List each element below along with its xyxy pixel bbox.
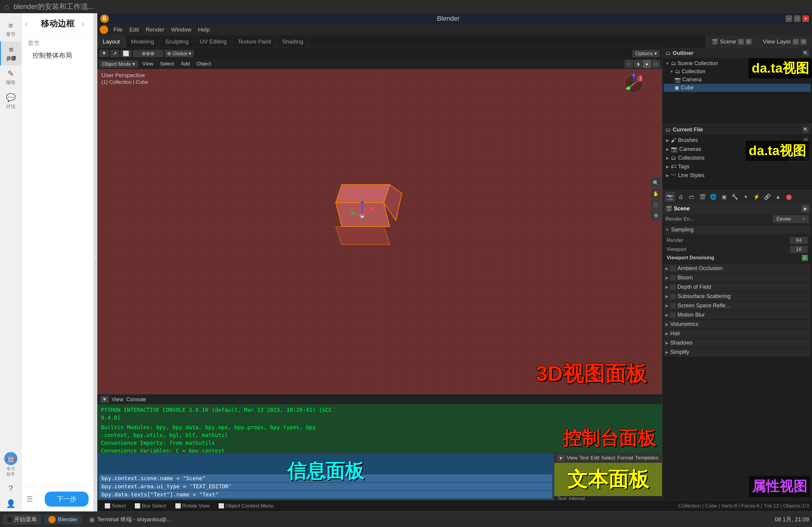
props-icon-constraints[interactable]: 🔗 [762,192,772,202]
next-button[interactable]: 下一步 [45,492,89,507]
props-icon-scene[interactable]: 🎬 [697,192,708,202]
props-shadows-header[interactable]: ▶ Shadows [664,338,811,347]
sidebar-item-user[interactable]: 👤 [0,496,21,511]
taskbar-blender[interactable]: Blender [44,515,82,524]
render-engine-dropdown[interactable]: Eevee ▼ [773,215,809,223]
denoising-checkbox[interactable]: ✓ [802,255,808,261]
ssr-checkbox[interactable] [670,303,676,308]
props-icon-view-layer[interactable]: 🗃 [686,192,697,202]
scene-selector[interactable]: 🎬 Scene + ✕ [706,35,757,48]
win-close[interactable]: ✕ [802,15,809,22]
vp-object-btn[interactable]: Object [194,60,214,67]
text-editor-view[interactable]: View [567,455,578,461]
text-editor-text[interactable]: Text [579,455,589,461]
props-icon-data[interactable]: ▲ [773,192,783,202]
view-layer-remove[interactable]: ✕ [801,39,807,45]
win-minimize[interactable]: ─ [786,15,792,22]
tab-texture-paint[interactable]: Texture Paint [232,35,277,48]
sss-checkbox[interactable] [670,294,676,299]
data-item-linestyles[interactable]: ▶ 〰 Line Styles [664,171,811,180]
props-icon-render[interactable]: 📷 [665,192,675,202]
render-sample-value[interactable]: 64 [790,237,808,244]
text-editor-templates[interactable]: Templates [635,455,658,461]
props-icon-object[interactable]: ▣ [719,192,729,202]
viewport-3d-main[interactable]: User Perspective (1) Collection | Cube [97,69,662,394]
console-console-btn[interactable]: Console [127,396,146,403]
props-hair-header[interactable]: ▶ Hair [664,329,811,338]
sidebar-item-ai[interactable]: 🤖 学习助手 [0,448,21,481]
panel-resize-handle[interactable]: ⋮ [94,13,97,511]
viewport-sample-value[interactable]: 16 [790,246,808,253]
status-rotate[interactable]: ⬜ Rotate View [171,503,214,509]
axis-widget[interactable]: X Z Y [624,74,644,94]
start-menu-btn[interactable]: ⊞ 开始菜单 [3,514,41,525]
menu-edit[interactable]: Edit [127,26,142,34]
tool-grid[interactable]: ⊞ [651,210,661,220]
dof-checkbox[interactable] [670,285,676,290]
sidebar-item-discuss[interactable]: 💬 讨论 [0,89,21,114]
tutorial-list-icon[interactable]: ☰ [26,495,33,503]
text-editor-edit[interactable]: Edit [591,455,599,461]
viewport-shading-icons[interactable]: ○ ◑ ● ⬡ [625,60,660,68]
blender-menu-logo[interactable] [100,26,108,34]
props-icon-particles[interactable]: ✦ [741,192,751,202]
taskbar-terminal[interactable]: ▣ Terminal 终端 - shiyanlou@... [85,514,176,525]
menu-render[interactable]: Render [143,26,167,34]
props-vol-header[interactable]: ▶ Volumetrics [664,320,811,329]
options-btn[interactable]: Options ▾ [633,50,660,57]
view-layer-selector[interactable]: View Layer + ✕ [757,35,812,48]
tab-sculpting[interactable]: Sculpting [160,35,194,48]
vp-select-btn[interactable]: Select [158,60,177,67]
transform-tools[interactable]: ⊕⊕⊕ [133,50,163,57]
select-box-tool[interactable]: ⬜ [120,50,132,57]
props-icon-material[interactable]: ⬤ [784,192,794,202]
props-add-driver[interactable]: ▶ [802,205,809,212]
menu-help[interactable]: Help [195,26,213,34]
outliner-item-cube[interactable]: ▣ Cube [664,84,811,92]
props-mb-header[interactable]: ▶ Motion Blur [664,311,811,319]
win-maximize[interactable]: □ [794,15,801,22]
props-simplify-header[interactable]: ▶ Simplify [664,348,811,357]
props-sss-header[interactable]: ▶ Subsurface Scattering [664,292,811,301]
tool-pan[interactable]: ✋ [651,189,661,199]
tutorial-nav-prev[interactable]: ‹ [25,19,34,29]
viewport-header-menu[interactable]: ▼ [99,50,109,57]
props-icon-world[interactable]: 🌐 [708,192,718,202]
text-editor-menu[interactable]: ▼ [557,455,565,461]
props-icon-output[interactable]: 🖨 [676,192,686,202]
props-sampling-header[interactable]: ▼ Sampling [664,225,811,234]
status-box-select[interactable]: ⬜ Box Select [130,503,171,509]
outliner-filter[interactable]: 🔍 [802,50,809,57]
bloom-checkbox[interactable] [670,275,676,281]
tutorial-nav-next[interactable]: › [82,19,90,29]
text-editor-select[interactable]: Select [601,455,615,461]
tab-layout[interactable]: Layout [97,35,126,48]
sidebar-item-report[interactable]: ✎ 报告 [0,65,21,89]
data-item-tags[interactable]: ▶ 🏷 Tags [664,162,811,171]
scene-remove-icon[interactable]: ✕ [745,39,752,45]
props-icon-modifier[interactable]: 🔧 [730,192,740,202]
vp-add-btn[interactable]: Add [178,60,192,67]
home-icon[interactable]: ⌂ [4,2,9,11]
props-ssr-header[interactable]: ▶ Screen Space Refle... [664,301,811,310]
tool-camera[interactable]: 🎥 [651,199,661,210]
props-dof-header[interactable]: ▶ Depth of Field [664,283,811,291]
props-icon-physics[interactable]: ⚡ [751,192,762,202]
status-context-menu[interactable]: ⬜ Object Context Menu [214,503,278,509]
console-view-btn[interactable]: View [112,396,124,403]
ao-checkbox[interactable] [670,266,676,271]
tab-uv-editing[interactable]: UV Editing [194,35,232,48]
transform-global[interactable]: ⊕ Global ▾ [164,50,194,57]
vp-view-btn[interactable]: View [140,60,156,67]
tab-modeling[interactable]: Modeling [126,35,160,48]
tool-zoom[interactable]: 🔍 [651,178,661,188]
tab-shading[interactable]: Shading [277,35,309,48]
menu-window[interactable]: Window [168,26,194,34]
status-select[interactable]: ⬜ Select [100,503,130,509]
props-ao-header[interactable]: ▶ Ambient Occlusion [664,264,811,273]
view-layer-add[interactable]: + [793,39,799,45]
text-editor-format[interactable]: Format [617,455,633,461]
mb-checkbox[interactable] [670,313,676,318]
menu-file[interactable]: File [111,26,126,34]
sidebar-item-chapter[interactable]: ≡ 章节 [0,17,21,41]
